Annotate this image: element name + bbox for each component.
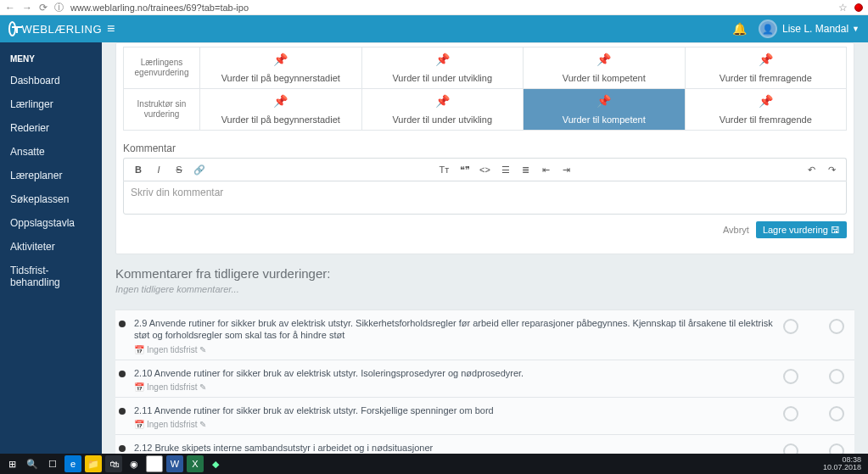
- task-deadline-label: Ingen tidsfrist: [147, 345, 197, 354]
- pin-icon: 📌: [596, 94, 611, 108]
- task-list: 2.9 Anvende rutiner for sikker bruk av e…: [115, 309, 854, 454]
- status-ring-1[interactable]: [783, 406, 798, 421]
- sidebar-item-dashboard[interactable]: Dashboard: [0, 69, 102, 92]
- save-assessment-button[interactable]: Lagre vurdering 🖫: [756, 221, 847, 238]
- info-icon: i: [54, 3, 64, 12]
- quote-button[interactable]: ❝❞: [456, 161, 474, 178]
- pin-icon: 📌: [759, 94, 773, 108]
- pin-icon: 📌: [596, 53, 611, 66]
- pin-icon: 📌: [273, 94, 288, 108]
- row-label-learner: Lærlingens egenvurdering: [124, 47, 200, 89]
- sidebar-item-tidsfrist[interactable]: Tidsfrist-behandling: [0, 259, 102, 294]
- url-bar[interactable]: www.weblarling.no/trainees/69?tab=tab-ip…: [70, 3, 832, 13]
- link-button[interactable]: 🔗: [190, 161, 209, 178]
- learner-level-0[interactable]: 📌Vurder til på begynnerstadiet: [200, 47, 362, 89]
- anchor-icon: [8, 21, 16, 36]
- fontsize-button[interactable]: Tт: [435, 161, 454, 178]
- learner-level-2[interactable]: 📌Vurder til kompetent: [524, 47, 686, 89]
- status-ring-2[interactable]: [829, 369, 844, 384]
- task-title: 2.10 Anvende rutiner for sikker bruk av …: [134, 367, 775, 379]
- status-ring-1[interactable]: [783, 319, 798, 334]
- task-title: 2.9 Anvende rutiner for sikker bruk av e…: [134, 317, 775, 342]
- chrome-icon[interactable]: ◉: [126, 455, 143, 472]
- cancel-button[interactable]: Avbryt: [723, 225, 749, 235]
- task-meta[interactable]: 📅Ingen tidsfrist✎: [134, 382, 775, 392]
- task-title: 2.11 Anvende rutiner for sikker bruk av …: [134, 404, 775, 416]
- pin-icon: 📌: [759, 53, 773, 66]
- browser-chrome: ← → ⟳ i www.weblarling.no/trainees/69?ta…: [0, 0, 868, 15]
- task-row[interactable]: 2.11 Anvende rutiner for sikker bruk av …: [115, 398, 854, 435]
- opera-icon[interactable]: [854, 3, 863, 12]
- instructor-level-1[interactable]: 📌Vurder til under utvikling: [361, 89, 524, 131]
- sidebar-item-laerlinger[interactable]: Lærlinger: [0, 92, 102, 116]
- strike-button[interactable]: S: [170, 161, 188, 178]
- app-logo-text: WEBLÆRLING: [21, 23, 102, 36]
- back-icon[interactable]: ←: [5, 2, 15, 14]
- edge-icon[interactable]: e: [64, 455, 81, 472]
- bell-icon[interactable]: 🔔: [732, 22, 747, 36]
- task-dot-icon: [119, 408, 126, 415]
- pin-icon: 📌: [435, 94, 450, 108]
- instructor-level-2[interactable]: 📌Vurder til kompetent: [524, 89, 686, 131]
- outdent-button[interactable]: ⇤: [537, 161, 556, 178]
- task-row[interactable]: 2.9 Anvende rutiner for sikker bruk av e…: [115, 310, 854, 360]
- status-ring-1[interactable]: [783, 369, 798, 384]
- ul-button[interactable]: ≣: [517, 161, 535, 178]
- sidebar-item-oppslagstavla[interactable]: Oppslagstavla: [0, 211, 102, 235]
- sidebar-item-sokeplassen[interactable]: Søkeplassen: [0, 187, 102, 211]
- hamburger-icon[interactable]: ≡: [107, 21, 115, 36]
- comment-editor[interactable]: Skriv din kommentar: [123, 181, 847, 215]
- indent-button[interactable]: ⇥: [557, 161, 576, 178]
- ol-button[interactable]: ☰: [496, 161, 515, 178]
- sidebar-item-laereplaner[interactable]: Læreplaner: [0, 164, 102, 187]
- status-ring-2[interactable]: [829, 443, 844, 454]
- search-icon[interactable]: 🔍: [24, 455, 41, 472]
- avatar: 👤: [759, 20, 777, 38]
- edit-icon[interactable]: ✎: [199, 345, 206, 354]
- task-row[interactable]: 2.10 Anvende rutiner for sikker bruk av …: [115, 360, 854, 398]
- bold-button[interactable]: B: [129, 161, 148, 178]
- previous-comments-heading: Kommentarer fra tidligere vurderinger:: [115, 266, 854, 281]
- redo-button[interactable]: ↷: [822, 161, 841, 178]
- status-ring-2[interactable]: [829, 319, 844, 334]
- bookmark-star-icon[interactable]: ☆: [838, 2, 848, 14]
- status-ring-2[interactable]: [829, 406, 844, 421]
- edit-icon[interactable]: ✎: [199, 382, 206, 392]
- windows-start-icon[interactable]: ⊞: [3, 455, 20, 472]
- sidebar-item-aktiviteter[interactable]: Aktiviteter: [0, 235, 102, 259]
- misc-app-icon[interactable]: ◆: [207, 455, 224, 472]
- forward-icon[interactable]: →: [22, 2, 32, 14]
- task-deadline-label: Ingen tidsfrist: [147, 420, 197, 429]
- word-icon[interactable]: W: [166, 455, 183, 472]
- taskview-icon[interactable]: ☐: [44, 455, 61, 472]
- learner-level-3[interactable]: 📌Vurder til fremragende: [685, 47, 847, 89]
- content-area: Lærlingens egenvurdering 📌Vurder til på …: [102, 42, 868, 454]
- task-meta[interactable]: 📅Ingen tidsfrist✎: [134, 420, 775, 429]
- pin-icon: 📌: [273, 53, 288, 66]
- blank-app-icon[interactable]: [146, 455, 163, 472]
- code-button[interactable]: <>: [476, 161, 495, 178]
- sidebar-item-rederier[interactable]: Rederier: [0, 116, 102, 140]
- editor-toolbar: B I S 🔗 Tт ❝❞ <> ☰ ≣ ⇤: [123, 158, 847, 181]
- assessment-panel: Lærlingens egenvurdering 📌Vurder til på …: [115, 42, 854, 254]
- undo-button[interactable]: ↶: [802, 161, 820, 178]
- user-menu[interactable]: 👤 Lise L. Mandal ▼: [759, 20, 860, 38]
- instructor-level-0[interactable]: 📌Vurder til på begynnerstadiet: [200, 89, 362, 131]
- user-name: Lise L. Mandal: [782, 23, 848, 35]
- edit-icon[interactable]: ✎: [199, 420, 206, 429]
- task-row[interactable]: 2.12 Bruke skipets interne sambandsutsty…: [115, 435, 854, 454]
- status-ring-1[interactable]: [783, 443, 798, 454]
- explorer-icon[interactable]: 📁: [85, 455, 102, 472]
- italic-button[interactable]: I: [149, 161, 168, 178]
- sidebar-item-ansatte[interactable]: Ansatte: [0, 140, 102, 164]
- task-meta[interactable]: 📅Ingen tidsfrist✎: [134, 345, 775, 354]
- caret-down-icon: ▼: [852, 25, 860, 33]
- instructor-level-3[interactable]: 📌Vurder til fremragende: [685, 89, 847, 131]
- clock-date[interactable]: 10.07.2018: [823, 464, 861, 471]
- excel-icon[interactable]: X: [187, 455, 204, 472]
- learner-level-1[interactable]: 📌Vurder til under utvikling: [361, 47, 524, 89]
- pin-icon: 📌: [435, 53, 450, 66]
- calendar-icon: 📅: [134, 382, 144, 392]
- reload-icon[interactable]: ⟳: [39, 2, 48, 14]
- store-icon[interactable]: 🛍: [105, 455, 122, 472]
